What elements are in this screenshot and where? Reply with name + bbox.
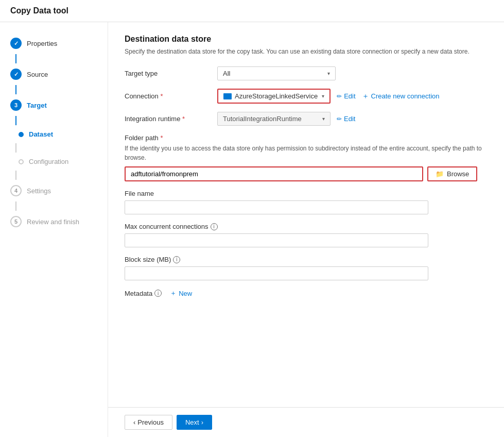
ir-label: Integration runtime *	[125, 115, 217, 123]
browse-button[interactable]: 📁 Browse	[427, 166, 477, 181]
checkmark-source: ✓	[14, 71, 19, 78]
sidebar-item-properties[interactable]: ✓ Properties	[0, 32, 108, 54]
sidebar-label-source: Source	[27, 71, 48, 78]
folder-path-desc: If the identity you use to access the da…	[125, 144, 488, 162]
footer: ‹ Previous Next ›	[108, 407, 504, 437]
folder-path-label: Folder path *	[125, 134, 488, 142]
connection-row: Connection * AzureStorageLinkedService ▾	[125, 89, 488, 104]
next-button[interactable]: Next ›	[177, 415, 212, 430]
connection-dropdown[interactable]: AzureStorageLinkedService ▾	[217, 89, 331, 104]
new-plus-icon: ＋	[170, 289, 177, 298]
step-circle-target: 3	[10, 99, 22, 111]
ir-control: TutorialIntegrationRuntime ▾ ✏ Edit	[217, 112, 488, 126]
max-concurrent-label: Max concurrent connections i	[125, 223, 218, 230]
target-type-row: Target type All ▾	[125, 66, 488, 80]
target-type-dropdown[interactable]: All ▾	[217, 66, 336, 80]
sidebar-label-dataset: Dataset	[29, 130, 53, 138]
sidebar-label-target: Target	[27, 102, 47, 109]
sidebar-item-source[interactable]: ✓ Source	[0, 63, 108, 85]
ir-edit-link[interactable]: ✏ Edit	[337, 115, 355, 123]
connection-required: *	[160, 92, 163, 100]
block-size-info-icon: i	[173, 256, 180, 263]
connector-6	[15, 201, 16, 211]
target-type-label: Target type	[125, 70, 217, 77]
connector-1	[15, 54, 16, 63]
ir-value: TutorialIntegrationRuntime	[223, 115, 302, 123]
sidebar-item-settings[interactable]: 4 Settings	[0, 180, 108, 201]
connection-control: AzureStorageLinkedService ▾ ✏ Edit ＋ Cre…	[217, 89, 488, 104]
step-circle-configuration	[19, 159, 24, 164]
create-connection-link[interactable]: ＋ Create new connection	[362, 92, 440, 101]
connection-chevron-icon: ▾	[322, 93, 324, 99]
sidebar-label-settings: Settings	[27, 187, 51, 195]
block-size-row: Block size (MB) i	[125, 256, 488, 280]
integration-runtime-row: Integration runtime * TutorialIntegratio…	[125, 112, 488, 126]
connection-controls: AzureStorageLinkedService ▾ ✏ Edit ＋ Cre…	[217, 89, 488, 104]
ir-required: *	[182, 115, 185, 123]
checkmark-properties: ✓	[14, 40, 19, 47]
previous-chevron-icon: ‹	[133, 418, 135, 426]
folder-icon: 📁	[436, 170, 444, 178]
ir-controls: TutorialIntegrationRuntime ▾ ✏ Edit	[217, 112, 488, 126]
sidebar: ✓ Properties ✓ Source 3 Target	[0, 22, 108, 437]
storage-icon	[223, 93, 232, 99]
sidebar-item-review[interactable]: 5 Review and finish	[0, 211, 108, 232]
max-concurrent-row: Max concurrent connections i	[125, 223, 488, 247]
ir-chevron-icon: ▾	[322, 116, 325, 122]
section-title: Destination data store	[125, 35, 488, 44]
max-concurrent-info-icon: i	[211, 223, 218, 230]
sidebar-label-review: Review and finish	[27, 218, 79, 226]
step-number-target: 3	[14, 102, 18, 108]
max-concurrent-input[interactable]	[125, 233, 428, 247]
section-desc: Specify the destination data store for t…	[125, 47, 488, 56]
plus-icon: ＋	[362, 92, 369, 101]
block-size-input[interactable]	[125, 266, 428, 280]
next-chevron-icon: ›	[201, 418, 203, 426]
connection-edit-link[interactable]: ✏ Edit	[337, 92, 355, 100]
metadata-row: Metadata i ＋ New	[125, 289, 488, 298]
main-layout: ✓ Properties ✓ Source 3 Target	[0, 22, 504, 437]
content-area: Destination data store Specify the desti…	[108, 22, 504, 437]
target-type-value: All	[223, 70, 230, 77]
folder-path-input-row: 📁 Browse	[125, 166, 488, 181]
metadata-label: Metadata i	[125, 290, 162, 297]
folder-path-required: *	[160, 134, 163, 142]
step-number-review: 5	[14, 218, 18, 225]
metadata-info-icon: i	[154, 290, 162, 297]
folder-path-section: Folder path * If the identity you use to…	[125, 134, 488, 181]
file-name-label: File name	[125, 190, 154, 197]
connection-value: AzureStorageLinkedService	[223, 92, 318, 100]
app-title: Copy Data tool	[10, 6, 68, 15]
file-name-input[interactable]	[125, 200, 428, 214]
connection-label: Connection *	[125, 92, 217, 100]
pencil-icon: ✏	[337, 93, 342, 100]
sidebar-label-properties: Properties	[27, 40, 57, 47]
step-number-settings: 4	[14, 188, 18, 194]
ir-pencil-icon: ✏	[337, 115, 342, 123]
target-type-chevron-icon: ▾	[327, 71, 330, 76]
target-type-control: All ▾	[217, 66, 488, 80]
connector-3	[15, 116, 16, 125]
block-size-label: Block size (MB) i	[125, 256, 180, 263]
ir-dropdown[interactable]: TutorialIntegrationRuntime ▾	[217, 112, 331, 126]
connector-4	[15, 143, 16, 153]
step-circle-dataset	[19, 132, 24, 137]
connector-5	[15, 171, 16, 180]
file-name-row: File name	[125, 190, 488, 214]
step-circle-properties: ✓	[10, 38, 22, 49]
app-header: Copy Data tool	[0, 0, 504, 22]
connector-2	[15, 85, 16, 94]
metadata-new-button[interactable]: ＋ New	[170, 289, 192, 298]
sidebar-item-configuration[interactable]: Configuration	[0, 153, 108, 171]
step-circle-settings: 4	[10, 185, 22, 196]
sidebar-item-target[interactable]: 3 Target	[0, 94, 108, 116]
step-circle-source: ✓	[10, 69, 22, 80]
sidebar-label-configuration: Configuration	[29, 158, 68, 165]
folder-path-input[interactable]	[125, 166, 423, 181]
step-circle-review: 5	[10, 216, 22, 227]
previous-button[interactable]: ‹ Previous	[125, 415, 172, 430]
content-body: Destination data store Specify the desti…	[108, 22, 504, 407]
sidebar-item-dataset[interactable]: Dataset	[0, 125, 108, 143]
